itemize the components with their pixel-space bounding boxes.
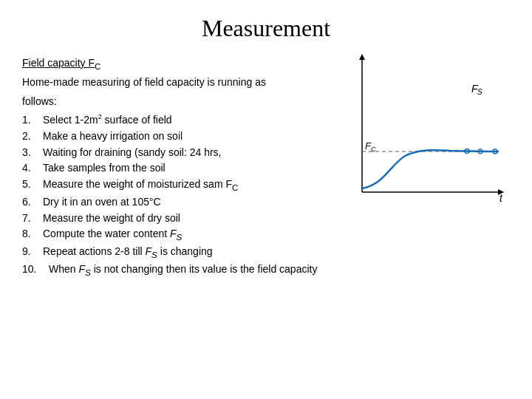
step-num: 5.	[22, 177, 43, 194]
step-text: Compute the water content FS	[43, 226, 182, 244]
page-title: Measurement	[22, 15, 510, 42]
step-num: 4.	[22, 160, 43, 177]
field-capacity-heading: Field capacity FC	[22, 55, 332, 73]
step-num: 6.	[22, 194, 43, 211]
list-item: 7. Measure the weight of dry soil	[22, 211, 332, 227]
step-text: Measure the weight of moisturized sam FC	[43, 177, 238, 194]
list-item: 4. Take samples from the soil	[22, 160, 332, 177]
list-item: 2. Make a heavy irrigation on soil	[22, 129, 332, 145]
list-item: 8. Compute the water content FS	[22, 226, 332, 244]
step-num: 9.	[22, 244, 43, 262]
steps-list: 1. Select 1-2m2 surface of field 2. Make…	[22, 112, 332, 279]
t-label: t	[499, 192, 503, 204]
list-item: 3. Waiting for draining (sandy soil: 24 …	[22, 145, 332, 161]
svg-text:C: C	[371, 146, 376, 153]
page: Measurement Field capacity FC Home-made …	[0, 0, 532, 399]
chart-area: F S F C t	[340, 48, 510, 221]
list-item: 6. Dry it in an oven at 105°C	[22, 194, 332, 211]
chart-svg: F S F C t	[340, 48, 510, 218]
svg-text:S: S	[477, 88, 482, 96]
text-section: Field capacity FC Home-made measuring of…	[22, 55, 332, 279]
intro-line2: follows:	[22, 94, 332, 110]
list-item: 5. Measure the weight of moisturized sam…	[22, 177, 332, 194]
fc-subscript: C	[95, 61, 100, 71]
step-num: 10.	[22, 262, 49, 279]
step-text: When FS is not changing then its value i…	[49, 262, 317, 279]
step-text: Take samples from the soil	[43, 160, 166, 177]
step-text: Make a heavy irrigation on soil	[43, 129, 183, 145]
step-text: Select 1-2m2 surface of field	[43, 112, 172, 129]
step-num: 1.	[22, 112, 43, 129]
list-item: 1. Select 1-2m2 surface of field	[22, 112, 332, 129]
intro-line1: Home-made measuring of field capacity is…	[22, 75, 332, 91]
step-num: 7.	[22, 211, 43, 227]
content-area: Field capacity FC Home-made measuring of…	[22, 55, 510, 279]
step-num: 8.	[22, 226, 43, 244]
step-num: 3.	[22, 145, 43, 161]
svg-marker-2	[359, 54, 365, 60]
list-item: 10. When FS is not changing then its val…	[22, 262, 332, 279]
step-text: Dry it in an oven at 105°C	[43, 194, 161, 211]
list-item: 9. Repeat actions 2-8 till FS is changin…	[22, 244, 332, 262]
step-text: Repeat actions 2-8 till FS is changing	[43, 244, 213, 262]
step-text: Measure the weight of dry soil	[43, 211, 180, 227]
step-num: 2.	[22, 129, 43, 145]
step-text: Waiting for draining (sandy soil: 24 hrs…	[43, 145, 221, 161]
